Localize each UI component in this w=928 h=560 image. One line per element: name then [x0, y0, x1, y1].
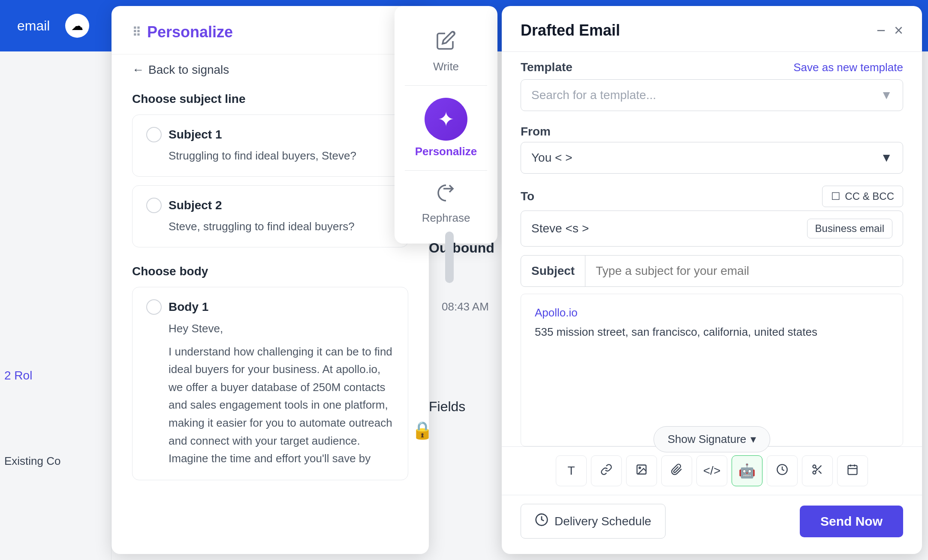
body-1-label: Body 1 — [169, 300, 208, 314]
email-content-area[interactable]: Apollo.io 535 mission street, san franci… — [521, 294, 903, 446]
recipient-email-end: > — [582, 222, 589, 235]
from-value: You < > — [531, 151, 572, 165]
subject-1-label: Subject 1 — [169, 128, 222, 142]
personalize-tool-icon: ✦ — [425, 98, 467, 141]
svg-line-8 — [819, 470, 821, 473]
cc-bcc-button[interactable]: ☐ CC & BCC — [822, 186, 903, 207]
svg-point-6 — [813, 471, 816, 474]
scroll-indicator — [445, 232, 454, 283]
tool-divider-2 — [405, 170, 487, 171]
subject-1-text: Struggling to find ideal buyers, Steve? — [146, 148, 394, 164]
salesforce-icon: ☁ — [65, 14, 89, 38]
clock-icon — [776, 464, 788, 479]
template-placeholder: Search for a template... — [531, 88, 656, 102]
delivery-clock-icon — [535, 513, 548, 530]
write-icon — [431, 25, 461, 56]
personalize-tool[interactable]: ✦ Personalize — [395, 87, 497, 169]
subject-2-label: Subject 2 — [169, 199, 222, 212]
send-now-button[interactable]: Send Now — [800, 506, 903, 537]
drafted-email-panel: Drafted Email − × Template Save as new t… — [502, 6, 922, 554]
subject-2-radio[interactable] — [146, 198, 162, 213]
checkbox-icon: ☐ — [831, 190, 841, 202]
personalize-header: ⠿ Personalize × — [111, 6, 429, 54]
scissors-icon — [811, 464, 823, 479]
subject-option-1[interactable]: Subject 1 Struggling to find ideal buyer… — [132, 114, 408, 177]
choose-subject-heading: Choose subject line — [111, 85, 429, 114]
robot-button[interactable]: 🤖 — [732, 455, 762, 486]
text-format-button[interactable]: T — [556, 455, 587, 486]
outbound-label: Outbound — [429, 240, 494, 256]
apollo-link[interactable]: Apollo.io — [535, 306, 889, 319]
body-1-radio[interactable] — [146, 299, 162, 315]
code-icon: </> — [703, 464, 720, 478]
roles-tag[interactable]: 2 Rol — [4, 369, 32, 382]
attachment-icon — [671, 464, 683, 479]
image-icon — [636, 464, 648, 479]
recipient-name: Steve — [531, 222, 562, 235]
body-1-text: I understand how challenging it can be t… — [146, 343, 394, 468]
recipient-info: Steve <s > — [531, 222, 589, 235]
text-format-icon: T — [567, 464, 575, 478]
subject-row: Subject — [521, 255, 903, 287]
subject-input[interactable] — [585, 256, 903, 286]
template-row: Template Save as new template — [502, 52, 922, 79]
calendar-button[interactable] — [837, 455, 868, 486]
email-address-text: 535 mission street, san francisco, calif… — [535, 325, 817, 338]
personalize-panel: ⠿ Personalize × ← Back to signals Choose… — [111, 6, 429, 554]
drafted-email-title: Drafted Email — [521, 21, 620, 39]
to-field: Steve <s > Business email — [521, 211, 903, 247]
delivery-schedule-label: Delivery Schedule — [554, 515, 651, 528]
save-as-new-template-link[interactable]: Save as new template — [793, 61, 903, 74]
attachment-button[interactable] — [661, 455, 692, 486]
close-drafted-button[interactable]: × — [894, 23, 903, 38]
tool-divider-1 — [405, 85, 487, 86]
business-email-badge[interactable]: Business email — [807, 219, 892, 238]
window-controls: − × — [877, 23, 903, 38]
template-label: Template — [521, 60, 572, 74]
template-chevron-icon: ▼ — [880, 88, 892, 102]
delivery-schedule-button[interactable]: Delivery Schedule — [521, 504, 666, 539]
time-badge: 08:43 AM — [442, 300, 489, 313]
minimize-button[interactable]: − — [877, 23, 886, 38]
link-button[interactable] — [591, 455, 622, 486]
subject-2-text: Steve, struggling to find ideal buyers? — [146, 218, 394, 235]
footer-row: Delivery Schedule Send Now — [502, 495, 922, 554]
rephrase-label: Rephrase — [422, 211, 470, 225]
svg-line-9 — [815, 467, 817, 470]
rephrase-tool[interactable]: Rephrase — [395, 172, 497, 235]
recipient-email: <s — [566, 222, 578, 235]
code-button[interactable]: </> — [696, 455, 727, 486]
personalize-title: ⠿ Personalize — [132, 23, 233, 41]
robot-icon: 🤖 — [738, 463, 756, 479]
subject-1-header: Subject 1 — [146, 127, 394, 142]
show-signature-chevron-icon: ▾ — [750, 433, 756, 446]
to-row: To ☐ CC & BCC — [502, 182, 922, 211]
show-signature-button[interactable]: Show Signature ▾ — [654, 426, 771, 452]
fields-label: Fields — [429, 399, 465, 415]
email-label: email — [17, 18, 50, 34]
scissors-button[interactable] — [802, 455, 833, 486]
lock-icon: 🔒 — [412, 420, 433, 440]
image-button[interactable] — [626, 455, 657, 486]
drag-icon: ⠿ — [132, 25, 141, 39]
cc-bcc-label: CC & BCC — [845, 190, 894, 202]
from-select[interactable]: You < > ▼ — [521, 142, 903, 174]
subject-option-2[interactable]: Subject 2 Steve, struggling to find idea… — [132, 185, 408, 247]
email-toolbar: T — [502, 446, 922, 495]
clock-button[interactable] — [767, 455, 798, 486]
write-tool[interactable]: Write — [395, 15, 497, 84]
body-option-1[interactable]: Body 1 Hey Steve, I understand how chall… — [132, 287, 408, 480]
personalize-tool-label: Personalize — [415, 145, 477, 158]
subject-1-radio[interactable] — [146, 127, 162, 142]
choose-body-heading: Choose body — [111, 256, 429, 287]
body-1-header: Body 1 — [146, 299, 394, 315]
from-chevron-icon: ▼ — [880, 151, 892, 165]
calendar-icon — [847, 464, 859, 479]
tools-panel: Write ✦ Personalize Rephrase — [395, 6, 497, 244]
back-to-signals-button[interactable]: ← Back to signals — [111, 54, 250, 85]
template-select[interactable]: Search for a template... ▼ — [521, 79, 903, 111]
from-label: From — [502, 120, 922, 142]
show-signature-label: Show Signature — [668, 433, 747, 446]
svg-rect-10 — [848, 465, 857, 474]
body-1-greeting: Hey Steve, — [146, 320, 394, 338]
